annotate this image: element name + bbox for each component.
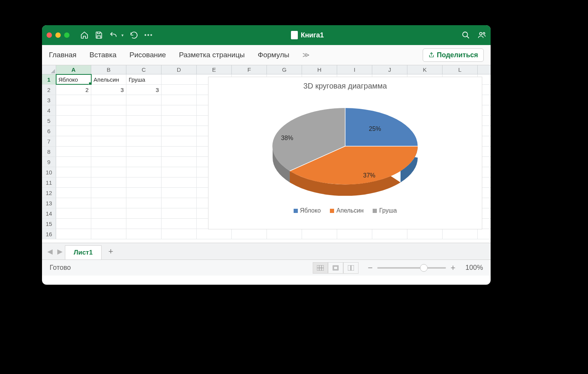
cell-D14[interactable] [162, 208, 197, 218]
row-header-1[interactable]: 1 [42, 74, 56, 84]
cell-A5[interactable] [56, 116, 91, 126]
cell-E16[interactable] [197, 229, 232, 239]
cell-A7[interactable] [56, 136, 91, 146]
cell-A6[interactable] [56, 126, 91, 136]
row-header-2[interactable]: 2 [42, 85, 56, 95]
add-sheet-button[interactable]: + [102, 244, 120, 259]
cell-B3[interactable] [91, 95, 126, 105]
cell-B10[interactable] [91, 167, 126, 177]
cell-F16[interactable] [232, 229, 267, 239]
cell-B7[interactable] [91, 136, 126, 146]
sheet-prev-icon[interactable]: ◀ [45, 247, 55, 256]
spreadsheet-grid[interactable]: A B C D E F G H I J K L 1ЯблокоАпельсинГ… [42, 65, 491, 243]
cell-G16[interactable] [267, 229, 302, 239]
cell-A4[interactable] [56, 105, 91, 115]
cell-D7[interactable] [162, 136, 197, 146]
cell-D3[interactable] [162, 95, 197, 105]
row-header-15[interactable]: 15 [42, 219, 56, 229]
cell-A10[interactable] [56, 167, 91, 177]
cell-C10[interactable] [126, 167, 162, 177]
zoom-out-button[interactable]: − [368, 263, 373, 273]
col-header-A[interactable]: A [56, 65, 91, 74]
cell-B14[interactable] [91, 208, 126, 218]
cell-C16[interactable] [126, 229, 162, 239]
tab-draw[interactable]: Рисование [129, 51, 166, 59]
home-icon[interactable] [80, 31, 89, 39]
cell-C9[interactable] [126, 157, 162, 167]
row-header-6[interactable]: 6 [42, 126, 56, 136]
row-header-10[interactable]: 10 [42, 167, 56, 177]
cell-L16[interactable] [443, 229, 478, 239]
row-header-12[interactable]: 12 [42, 188, 56, 198]
cell-B15[interactable] [91, 219, 126, 229]
cell-C5[interactable] [126, 116, 162, 126]
undo-icon[interactable] [109, 31, 118, 39]
cell-A11[interactable] [56, 177, 91, 187]
sheet-tab-active[interactable]: Лист1 [65, 245, 102, 260]
cell-D15[interactable] [162, 219, 197, 229]
cell-C7[interactable] [126, 136, 162, 146]
row-header-8[interactable]: 8 [42, 147, 56, 156]
cell-B4[interactable] [91, 105, 126, 115]
zoom-in-button[interactable]: + [451, 263, 456, 273]
cell-D16[interactable] [162, 229, 197, 239]
cell-K16[interactable] [407, 229, 443, 239]
cell-B2[interactable]: 3 [91, 85, 126, 95]
share-people-icon[interactable] [478, 31, 486, 39]
cell-B1[interactable]: Апельсин [91, 74, 126, 84]
cell-C2[interactable]: 3 [126, 85, 162, 95]
row-header-14[interactable]: 14 [42, 208, 56, 218]
view-page-break-icon[interactable] [343, 262, 359, 274]
col-header-L[interactable]: L [443, 65, 478, 74]
tab-page-layout[interactable]: Разметка страницы [179, 51, 245, 59]
cell-D12[interactable] [162, 188, 197, 198]
select-all-corner[interactable] [42, 65, 56, 74]
undo-dropdown-icon[interactable]: ▾ [121, 33, 124, 38]
cell-A15[interactable] [56, 219, 91, 229]
cell-C15[interactable] [126, 219, 162, 229]
row-header-5[interactable]: 5 [42, 116, 56, 126]
cell-B16[interactable] [91, 229, 126, 239]
zoom-level[interactable]: 100% [465, 264, 483, 272]
cell-C8[interactable] [126, 147, 162, 156]
tab-insert[interactable]: Вставка [89, 51, 116, 59]
row-header-4[interactable]: 4 [42, 105, 56, 115]
col-header-F[interactable]: F [232, 65, 267, 74]
cell-B8[interactable] [91, 147, 126, 156]
cell-C4[interactable] [126, 105, 162, 115]
row-header-9[interactable]: 9 [42, 157, 56, 167]
col-header-J[interactable]: J [372, 65, 407, 74]
cell-C11[interactable] [126, 177, 162, 187]
cell-A2[interactable]: 2 [56, 85, 91, 95]
cell-B11[interactable] [91, 177, 126, 187]
close-icon[interactable] [47, 32, 52, 38]
col-header-B[interactable]: B [91, 65, 126, 74]
cell-B13[interactable] [91, 198, 126, 208]
cell-D6[interactable] [162, 126, 197, 136]
share-button[interactable]: Поделиться [423, 48, 484, 62]
cell-A9[interactable] [56, 157, 91, 167]
cell-A1[interactable]: Яблоко [56, 74, 91, 84]
sheet-next-icon[interactable]: ▶ [55, 247, 65, 256]
col-header-E[interactable]: E [197, 65, 232, 74]
cell-C6[interactable] [126, 126, 162, 136]
zoom-slider[interactable] [377, 267, 446, 269]
cell-D9[interactable] [162, 157, 197, 167]
chart-object[interactable]: 3D круговая диаграмма 25% 3 [208, 77, 482, 229]
col-header-C[interactable]: C [126, 65, 162, 74]
cell-C12[interactable] [126, 188, 162, 198]
cell-C3[interactable] [126, 95, 162, 105]
cell-D10[interactable] [162, 167, 197, 177]
tab-home[interactable]: Главная [49, 51, 76, 59]
cell-A13[interactable] [56, 198, 91, 208]
row-header-16[interactable]: 16 [42, 229, 56, 239]
cell-D2[interactable] [162, 85, 197, 95]
minimize-icon[interactable] [55, 32, 61, 38]
redo-icon[interactable] [130, 31, 138, 39]
cell-A14[interactable] [56, 208, 91, 218]
cell-A3[interactable] [56, 95, 91, 105]
cell-D11[interactable] [162, 177, 197, 187]
cell-D1[interactable] [162, 74, 197, 84]
cell-H16[interactable] [302, 229, 337, 239]
cell-A16[interactable] [56, 229, 91, 239]
